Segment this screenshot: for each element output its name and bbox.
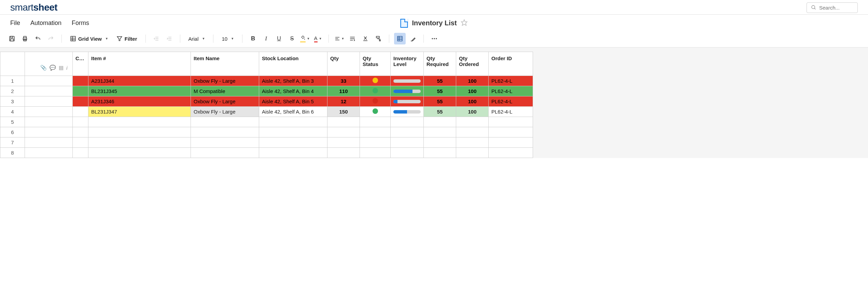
column-header[interactable]: Qty Required — [424, 52, 456, 76]
font-family-select[interactable]: Arial ▼ — [185, 33, 209, 44]
cell[interactable] — [391, 127, 424, 137]
cell[interactable] — [88, 148, 191, 158]
table-row[interactable]: 8 — [0, 148, 533, 158]
inventory-level-cell[interactable] — [391, 86, 424, 96]
view-switcher[interactable]: Grid View ▼ — [67, 33, 112, 44]
qty-status-cell[interactable] — [360, 76, 391, 86]
table-row[interactable]: 7 — [0, 137, 533, 148]
text-color-button[interactable]: A▼ — [312, 33, 324, 44]
inventory-level-cell[interactable] — [391, 76, 424, 86]
cell[interactable] — [191, 117, 259, 127]
cell[interactable] — [73, 127, 88, 137]
cell[interactable] — [191, 148, 259, 158]
search-input[interactable] — [819, 5, 850, 11]
search-box[interactable] — [807, 2, 858, 13]
conditional-format-button[interactable] — [394, 33, 406, 44]
clear-format-button[interactable] — [360, 33, 371, 44]
row-number[interactable]: 4 — [0, 107, 25, 117]
cell[interactable]: Aisle 42, Shelf A, Bin 5 — [259, 96, 327, 107]
sheet-title[interactable]: Inventory List — [412, 19, 457, 27]
cell[interactable]: Aisle 42, Shelf A, Bin 4 — [259, 86, 327, 96]
column-header[interactable]: Stock Location — [259, 52, 327, 76]
cell[interactable]: 55 — [424, 76, 456, 86]
table-row[interactable]: 5 — [0, 117, 533, 127]
cell[interactable] — [424, 137, 456, 148]
more-button[interactable] — [429, 33, 440, 44]
cell[interactable] — [424, 148, 456, 158]
highlight-changes-button[interactable] — [407, 33, 419, 44]
column-header[interactable]: Item # — [88, 52, 191, 76]
cell[interactable] — [25, 127, 73, 137]
undo-button[interactable] — [32, 33, 44, 44]
cell[interactable] — [424, 127, 456, 137]
table-row[interactable]: 3A231J346Oxbow Fly - LargeAisle 42, Shel… — [0, 96, 533, 107]
cell[interactable] — [391, 148, 424, 158]
cell[interactable]: Aisle 42, Shelf A, Bin 6 — [259, 107, 327, 117]
cell[interactable] — [424, 117, 456, 127]
cell[interactable]: 33 — [327, 76, 360, 86]
row-number[interactable]: 6 — [0, 127, 25, 137]
format-painter-button[interactable] — [373, 33, 384, 44]
column-header[interactable]: Inventory Level — [391, 52, 424, 76]
cell[interactable]: Oxbow Fly - Large — [191, 76, 259, 86]
cell[interactable] — [88, 137, 191, 148]
cell[interactable] — [25, 137, 73, 148]
data-grid[interactable]: 📎 💬 ▤ i C… Item # Item Name Stock Locati… — [0, 52, 533, 158]
cell[interactable] — [327, 137, 360, 148]
font-size-select[interactable]: 10 ▼ — [218, 33, 237, 44]
cell[interactable] — [489, 148, 533, 158]
row-actions-cell[interactable] — [25, 76, 73, 86]
cell[interactable]: PL62-4-L — [489, 96, 533, 107]
qty-status-cell[interactable] — [360, 96, 391, 107]
cell[interactable] — [391, 137, 424, 148]
cell[interactable] — [73, 96, 88, 107]
cell[interactable] — [73, 117, 88, 127]
cell[interactable] — [25, 148, 73, 158]
cell[interactable] — [88, 127, 191, 137]
cell[interactable] — [456, 117, 489, 127]
row-number[interactable]: 2 — [0, 86, 25, 96]
row-actions-cell[interactable] — [25, 107, 73, 117]
star-icon[interactable] — [461, 19, 468, 27]
cell[interactable]: 100 — [456, 96, 489, 107]
indent-button[interactable] — [164, 33, 175, 44]
cell[interactable]: 55 — [424, 86, 456, 96]
cell[interactable]: 55 — [424, 107, 456, 117]
cell[interactable]: 12 — [327, 96, 360, 107]
cell[interactable] — [73, 148, 88, 158]
cell[interactable] — [456, 137, 489, 148]
table-row[interactable]: 4BL231J347Oxbow Fly - LargeAisle 42, She… — [0, 107, 533, 117]
cell[interactable] — [391, 117, 424, 127]
cell[interactable] — [88, 117, 191, 127]
row-number[interactable]: 1 — [0, 76, 25, 86]
row-actions-cell[interactable] — [25, 96, 73, 107]
row-number[interactable]: 7 — [0, 137, 25, 148]
redo-button[interactable] — [45, 33, 57, 44]
cell[interactable] — [191, 137, 259, 148]
cell[interactable]: 55 — [424, 96, 456, 107]
cell[interactable] — [73, 76, 88, 86]
cell[interactable] — [327, 148, 360, 158]
cell[interactable]: Aisle 42, Shelf A, Bin 3 — [259, 76, 327, 86]
strikethrough-button[interactable]: S — [286, 33, 298, 44]
cell[interactable]: A231J344 — [88, 76, 191, 86]
cell[interactable] — [73, 86, 88, 96]
cell[interactable] — [489, 127, 533, 137]
column-header[interactable]: Item Name — [191, 52, 259, 76]
menu-automation[interactable]: Automation — [30, 19, 61, 27]
table-row[interactable]: 6 — [0, 127, 533, 137]
inventory-level-cell[interactable] — [391, 96, 424, 107]
cell[interactable] — [259, 148, 327, 158]
underline-button[interactable]: U — [273, 33, 285, 44]
cell[interactable]: 100 — [456, 86, 489, 96]
cell[interactable] — [327, 127, 360, 137]
cell[interactable]: PL62-4-L — [489, 76, 533, 86]
menu-forms[interactable]: Forms — [72, 19, 89, 27]
table-row[interactable]: 2BL231J345M CompatibleAisle 42, Shelf A,… — [0, 86, 533, 96]
bold-button[interactable]: B — [247, 33, 259, 44]
wrap-button[interactable] — [347, 33, 358, 44]
cell[interactable]: BL231J345 — [88, 86, 191, 96]
menu-file[interactable]: File — [10, 19, 20, 27]
cell[interactable] — [360, 127, 391, 137]
cell[interactable] — [456, 127, 489, 137]
